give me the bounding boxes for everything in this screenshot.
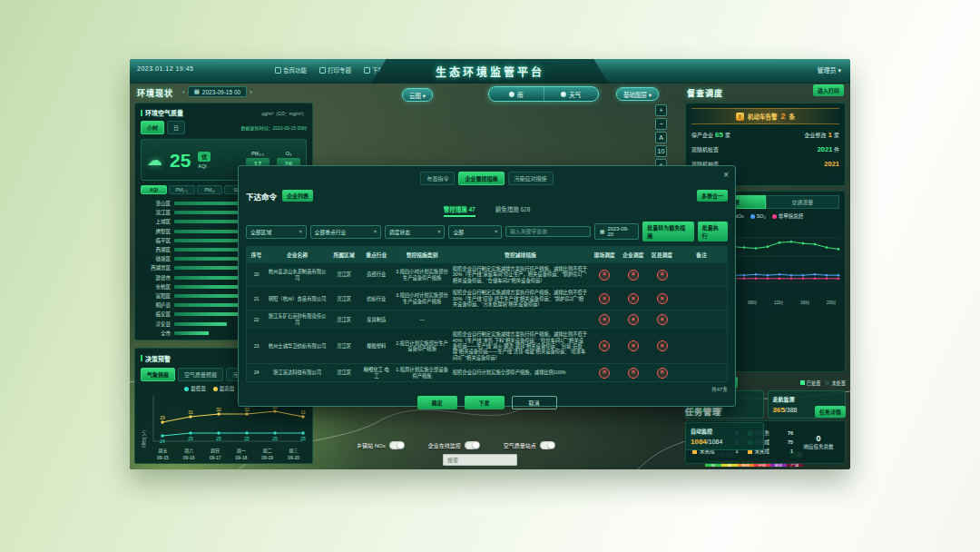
map-tool-button[interactable]: + <box>655 104 667 116</box>
monitor-tab[interactable]: 交通流量 <box>766 195 840 209</box>
base-layer-pill[interactable]: 基础图层 ▾ <box>616 87 659 101</box>
monitor-xlabel: 12时 <box>774 299 783 305</box>
layer-toggle[interactable] <box>465 441 480 449</box>
modal-top-tab[interactable]: 污染应对措施 <box>508 172 554 185</box>
dispatch-x-icon[interactable]: × <box>628 340 639 351</box>
pollutant-tab[interactable]: PM₁₀ <box>197 185 223 194</box>
rain-segment[interactable]: 雨 <box>489 87 544 101</box>
cell-area: 滨江区 <box>328 310 359 328</box>
filter-select[interactable]: 全部▾ <box>448 225 502 239</box>
dispatch-x-icon[interactable]: × <box>628 293 639 304</box>
dispatch-x-icon[interactable]: × <box>599 340 610 351</box>
disposed-swatch <box>800 380 805 385</box>
stat-value-wrap: 2021 件 <box>818 145 839 153</box>
dispatch-x-icon[interactable]: × <box>599 314 610 325</box>
modal-footer-button[interactable]: 下发 <box>465 396 505 409</box>
header-menu-item[interactable]: 会商功能 <box>275 65 307 74</box>
calendar-icon: ▦ <box>600 229 604 234</box>
user-menu[interactable]: 管理员 ▾ <box>818 65 841 74</box>
box-value-total: /1084 <box>707 439 723 445</box>
batch-button[interactable]: 批量转为豁免措施 <box>642 222 693 242</box>
table-row: 20杭州蓝达山水泥制品有限公司滨江区造纸行业3.按四小时计划实施部分生产设备停产… <box>247 262 727 286</box>
stat-item: 停产企业65家 <box>691 131 730 139</box>
modal-footer-button[interactable]: 确定 <box>417 396 457 409</box>
forecast-xlabel: 周三09-20 <box>280 448 307 461</box>
dispatch-x-icon[interactable]: × <box>657 293 668 304</box>
alert-banner[interactable]: ! 机动车告警 2 条 <box>691 108 839 124</box>
dispatch-x-icon[interactable]: × <box>628 314 639 325</box>
undisposed-label: 未处置 <box>831 380 846 386</box>
stat-unit: 件 <box>832 147 839 153</box>
dispatch-x-icon[interactable]: × <box>599 368 610 379</box>
cloud-layer-pill[interactable]: 云图 ▾ <box>402 88 433 102</box>
close-icon[interactable]: × <box>723 170 729 180</box>
cell-no: 24 <box>247 364 266 381</box>
cell-measure: 按照企业自行制定实施减排方案执行停产措施，减排比例不低于30%（生产线“涂装车间… <box>451 263 590 286</box>
legend-item: 最高温 <box>213 385 235 392</box>
date-picker-value[interactable]: ▦ 2023-09-15 00 <box>188 86 247 97</box>
forecast-xlabel: 周二09-19 <box>254 448 280 461</box>
keyword-search-input[interactable] <box>505 226 591 237</box>
cell-industry: 造纸行业 <box>359 263 393 286</box>
filter-select[interactable]: 全部重点行业▾ <box>310 225 381 239</box>
task-detail-button[interactable]: 任务详情 <box>815 406 846 418</box>
dispatch-x-icon[interactable]: × <box>599 293 610 304</box>
cell-area: 滨江区 <box>328 329 359 363</box>
dispatch-x-icon[interactable]: × <box>628 368 639 379</box>
prev-date-arrow[interactable]: ‹ <box>182 88 185 96</box>
filter-select[interactable]: 调度状态▾ <box>385 225 446 239</box>
modal-count-tab[interactable]: 管控措施 47 <box>444 204 475 217</box>
batch-button[interactable]: 批量执行 <box>698 222 728 242</box>
filter-select[interactable]: 全部区域▾ <box>246 225 307 239</box>
date-picker: ‹ ▦ 2023-09-15 00 › <box>182 86 252 97</box>
dispatch-x-icon[interactable]: × <box>657 314 668 325</box>
stat-unit: 家 <box>834 133 839 138</box>
layer-toggle[interactable] <box>389 441 405 449</box>
o3-label: O₃ <box>286 151 292 156</box>
layer-toggle[interactable] <box>540 441 555 449</box>
dispatch-x-icon[interactable]: × <box>599 270 610 281</box>
tab-hour[interactable]: 小时 <box>141 121 164 134</box>
next-date-arrow[interactable]: › <box>250 88 252 96</box>
calendar-icon: ▦ <box>194 88 200 95</box>
rain-segment-label: 雨 <box>517 90 524 99</box>
modal-top-tab[interactable]: 企业管控措施 <box>458 172 504 185</box>
tab-day[interactable]: 日 <box>167 121 185 134</box>
map-tool-button[interactable]: A <box>655 132 667 143</box>
dispatch-x-icon[interactable]: × <box>657 340 668 351</box>
enterprise-list-button[interactable]: 企业列表 <box>282 190 313 202</box>
bar-fill <box>174 322 227 326</box>
dispatch-x-icon[interactable]: × <box>657 368 668 379</box>
header-menu-item[interactable]: 打印专题 <box>319 65 351 74</box>
date-filter[interactable]: ▦ 2023-09-20 <box>594 223 639 240</box>
modal-top-tabs: 布置指令企业管控措施污染应对措施 <box>246 172 728 185</box>
cell-industry: 橡胶塑料 <box>359 329 393 363</box>
modal-count-tab[interactable]: 豁免措施 628 <box>495 204 531 217</box>
cell-industry: 纺织行业 <box>359 287 393 310</box>
district-label: 富阳区 <box>141 292 171 300</box>
map-tool-button[interactable]: − <box>655 118 667 130</box>
forecast-tab[interactable]: 气象预报 <box>141 368 175 381</box>
map-search-input[interactable]: 搜索 <box>443 454 517 466</box>
modal-footer-button[interactable]: 取消 <box>512 396 557 409</box>
district-label: 临安区 <box>141 310 171 318</box>
merge-button[interactable]: 多表合一 <box>697 190 728 202</box>
cell-measure-type: 3.按四小时计划实施部分生产设备停产措施 <box>393 287 450 310</box>
cell-dispatch: × <box>619 287 648 310</box>
legend-item: 最低温 <box>184 385 206 392</box>
print-button[interactable]: 进入打印 <box>813 84 844 96</box>
app-title: 生态环境监管平台 <box>436 64 544 79</box>
left-section-title: 环境现状 <box>137 87 173 99</box>
table-total: 共47条 <box>246 385 728 393</box>
modal-top-tab[interactable]: 布置指令 <box>420 172 455 185</box>
dispatch-x-icon[interactable]: × <box>628 270 639 281</box>
pollutant-tab[interactable]: AQI <box>141 185 167 194</box>
cell-measure: 按照企业自行制定实施减排方案执行停产措施，减排比例不低于30%（生产线“印染·烘… <box>451 287 590 310</box>
update-time: 数据更新时间：2023-09-15 00时 <box>240 124 307 131</box>
pollutant-tab[interactable]: PM₂.₅ <box>169 185 195 194</box>
dispatch-x-icon[interactable]: × <box>657 270 668 281</box>
map-tool-button[interactable]: 10 <box>655 145 667 157</box>
forecast-tab[interactable]: 空气质量预报 <box>178 368 223 381</box>
weather-segment[interactable]: 天气 <box>544 87 599 101</box>
pm25-label: PM₂.₅ <box>251 151 264 156</box>
